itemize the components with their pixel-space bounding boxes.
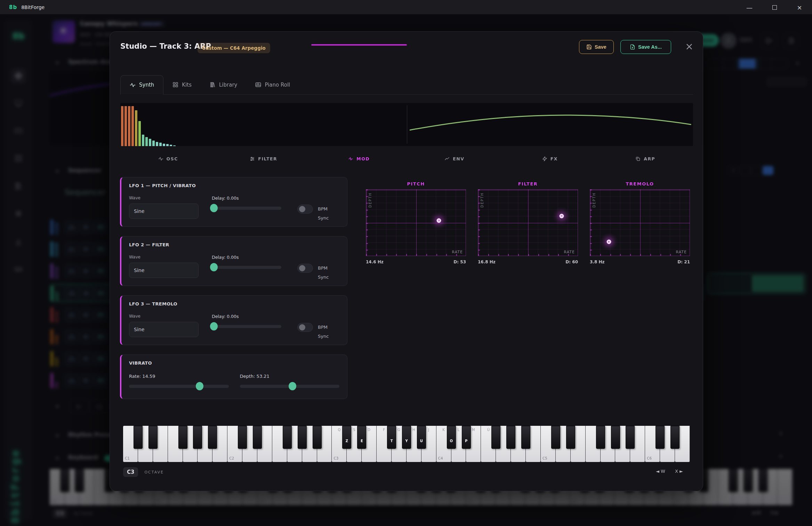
minimize-button[interactable]: — (737, 0, 762, 15)
spectrum-bar (145, 137, 148, 146)
black-key-C#2[interactable] (238, 426, 247, 449)
save-label: Save (595, 44, 606, 50)
arp-layers-icon (635, 156, 641, 161)
depth-ticks (366, 190, 368, 256)
sync-group: BPM Sync (297, 205, 339, 223)
tab-synth[interactable]: Synth (120, 75, 163, 95)
wave-group: WaveSine (129, 196, 199, 219)
spectrum-bar (149, 139, 151, 146)
lfo-title: LFO 2 — FILTER (129, 242, 339, 247)
save-as-button[interactable]: Save As... (620, 40, 671, 54)
bpm-sync-toggle[interactable] (297, 323, 313, 332)
bpm-sync-toggle[interactable] (297, 264, 313, 273)
black-key-D#6[interactable] (670, 426, 680, 449)
tab-piano-roll[interactable]: Piano Roll (246, 75, 299, 94)
pad-handle[interactable] (560, 214, 564, 218)
black-key-F#5[interactable] (596, 426, 605, 449)
slider-knob[interactable] (210, 322, 218, 330)
subtab-arp[interactable]: ARP (598, 153, 693, 165)
key-shortcut-label: E (357, 439, 366, 443)
octave-label: OCTAVE (144, 470, 164, 475)
black-key-C#4[interactable]: O (447, 426, 456, 449)
black-key-G#2[interactable] (298, 426, 307, 449)
black-key-F#4[interactable] (491, 426, 500, 449)
octave-marker: C1 (125, 456, 130, 460)
mod-pulse-icon (348, 156, 353, 161)
black-key-F#2[interactable] (283, 426, 292, 449)
depth-slider[interactable] (240, 382, 340, 390)
save-button[interactable]: Save (579, 40, 614, 54)
subtab-fx[interactable]: FX (502, 153, 598, 165)
modal-keyboard[interactable]: C1C2C3QZSEDFTGYHUJC4KOLPMÙC5C6 (123, 426, 690, 462)
app-title: 8BitForge (21, 5, 45, 10)
black-key-G#5[interactable] (611, 426, 620, 449)
slider-knob[interactable] (210, 204, 218, 212)
black-key-A#1[interactable] (208, 426, 217, 449)
wave-select[interactable]: Sine (129, 322, 199, 337)
black-key-A#4[interactable] (521, 426, 530, 449)
pad-handle[interactable] (436, 218, 441, 223)
spectrum-bar (170, 145, 172, 146)
close-window-button[interactable]: × (787, 0, 812, 15)
subtab-mod[interactable]: MOD (311, 153, 407, 165)
spectrum-bar (138, 121, 141, 146)
subtab-osc[interactable]: OSC (120, 153, 216, 165)
black-key-D#4[interactable]: P (462, 426, 471, 449)
synth-section-tabs: OSCFILTERMODENVFXARP (120, 153, 693, 165)
slider-knob[interactable] (210, 263, 218, 271)
pad-title: FILTER (478, 181, 578, 186)
spectrum-bar (173, 145, 176, 146)
black-key-G#1[interactable] (193, 426, 202, 449)
black-key-A#5[interactable] (626, 426, 635, 449)
save-as-label: Save As... (638, 44, 662, 50)
black-key-C#1[interactable] (134, 426, 143, 449)
vibrato-depth-group: Depth: 53.21 (240, 374, 340, 390)
slider-knob[interactable] (196, 382, 203, 390)
black-key-D#2[interactable] (253, 426, 262, 449)
wave-label: Wave (129, 314, 199, 319)
delay-slider[interactable] (212, 263, 281, 271)
floppy-icon (586, 44, 592, 50)
pad-surface[interactable]: DEPTHRATE (478, 189, 578, 256)
wave-select[interactable]: Sine (129, 263, 199, 278)
delay-group: Delay: 0.00s (212, 196, 281, 212)
wave-select[interactable]: Sine (129, 204, 199, 219)
subtab-filter[interactable]: FILTER (216, 153, 312, 165)
black-key-C#6[interactable] (656, 426, 665, 449)
black-key-C#5[interactable] (551, 426, 560, 449)
pad-surface[interactable]: DEPTHRATE (590, 189, 690, 256)
spectrum-bar (163, 144, 165, 146)
black-key-A#3[interactable]: U (417, 426, 426, 449)
black-key-D#5[interactable] (566, 426, 575, 449)
tab-label: Library (219, 82, 237, 88)
close-modal-button[interactable]: × (683, 40, 696, 53)
pad-surface[interactable]: DEPTHRATE (366, 189, 466, 256)
black-key-A#2[interactable] (313, 426, 322, 449)
black-key-F#3[interactable]: T (387, 426, 396, 449)
black-key-G#4[interactable] (506, 426, 515, 449)
pad-handle[interactable] (607, 240, 611, 244)
octave-value: C3 (123, 467, 138, 477)
black-key-D#1[interactable] (148, 426, 158, 449)
bpm-sync-label: BPM Sync (318, 264, 339, 282)
tab-library[interactable]: Library (201, 75, 246, 94)
rate-slider[interactable] (129, 382, 229, 390)
key-shortcut-label: O (447, 439, 456, 443)
slider-knob[interactable] (289, 382, 296, 390)
preset-badge: Custom — C64 Arpeggio (198, 43, 270, 53)
octave-up-hint[interactable]: X ► (675, 469, 683, 474)
depth-ticks (478, 190, 480, 256)
black-key-G#3[interactable]: Y (402, 426, 411, 449)
delay-slider[interactable] (212, 322, 281, 330)
tab-kits[interactable]: Kits (163, 75, 201, 94)
subtab-env[interactable]: ENV (407, 153, 503, 165)
maximize-button[interactable] (762, 0, 787, 15)
bpm-sync-toggle[interactable] (297, 205, 313, 214)
octave-down-hint[interactable]: ◄ W (656, 469, 665, 474)
black-key-F#1[interactable] (178, 426, 187, 449)
pad-frequency-readout: 3.8 Hz (590, 260, 604, 264)
delay-slider[interactable] (212, 204, 281, 212)
xy-pad-pitch: PITCHDEPTHRATE14.6 HzD: 53 (366, 181, 466, 264)
black-key-D#3[interactable]: E (357, 426, 366, 449)
black-key-C#3[interactable]: Z (342, 426, 351, 449)
